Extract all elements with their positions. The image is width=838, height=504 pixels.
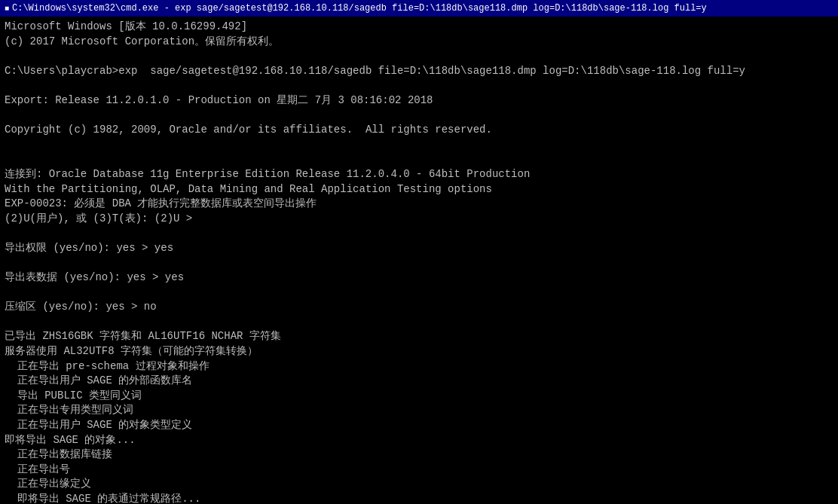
terminal-line: 即将导出 SAGE 的表通过常规路径... [5, 492, 833, 504]
terminal-line: 正在导出 pre-schema 过程对象和操作 [5, 359, 833, 374]
terminal-line: With the Partitioning, OLAP, Data Mining… [5, 182, 833, 197]
terminal-line: 连接到: Oracle Database 11g Enterprise Edit… [5, 167, 833, 182]
terminal-line: 正在导出缘定义 [5, 477, 833, 492]
title-bar-text: C:\Windows\system32\cmd.exe - exp sage/s… [12, 3, 707, 14]
terminal-line: EXP-00023: 必须是 DBA 才能执行完整数据库或表空间导出操作 [5, 197, 833, 212]
terminal-line: 导出权限 (yes/no): yes > yes [5, 241, 833, 256]
cmd-icon: ■ [5, 5, 9, 13]
terminal-line: (2)U(用户), 或 (3)T(表): (2)U > [5, 212, 833, 227]
terminal-line: C:\Users\playcrab>exp sage/sagetest@192.… [5, 64, 833, 79]
terminal-body: Microsoft Windows [版本 10.0.16299.492](c)… [0, 17, 838, 504]
title-bar: ■ C:\Windows\system32\cmd.exe - exp sage… [0, 0, 838, 17]
terminal-line: (c) 2017 Microsoft Corporation。保留所有权利。 [5, 35, 833, 50]
terminal-line: 正在导出用户 SAGE 的外部函数库名 [5, 374, 833, 389]
terminal-line: Copyright (c) 1982, 2009, Oracle and/or … [5, 123, 833, 138]
terminal-line: 正在导出用户 SAGE 的对象类型定义 [5, 418, 833, 433]
terminal-line: 正在导出号 [5, 463, 833, 478]
terminal-line: 导出 PUBLIC 类型同义词 [5, 389, 833, 404]
terminal-line: 压缩区 (yes/no): yes > no [5, 300, 833, 315]
terminal-line: 服务器使用 AL32UTF8 字符集（可能的字符集转换） [5, 344, 833, 359]
terminal-line: Microsoft Windows [版本 10.0.16299.492] [5, 20, 833, 35]
terminal-line: 已导出 ZHS16GBK 字符集和 AL16UTF16 NCHAR 字符集 [5, 329, 833, 344]
terminal-line: 导出表数据 (yes/no): yes > yes [5, 270, 833, 286]
terminal-line: Export: Release 11.2.0.1.0 - Production … [5, 93, 833, 108]
terminal-line: 正在导出专用类型同义词 [5, 403, 833, 418]
terminal-line: 即将导出 SAGE 的对象... [5, 433, 833, 448]
terminal-line: 正在导出数据库链接 [5, 447, 833, 463]
